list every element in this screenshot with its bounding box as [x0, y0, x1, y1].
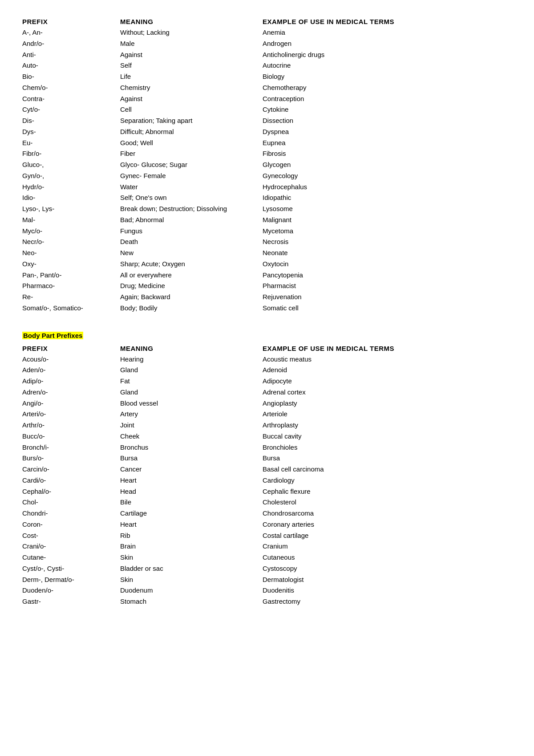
cell-prefix: Oxy-	[22, 259, 120, 270]
cell-prefix: Auto-	[22, 60, 120, 71]
cell-prefix: Derm-, Dermat/o-	[22, 574, 120, 585]
cell-prefix: Fibr/o-	[22, 148, 120, 159]
table-row: Auto- Self Autocrine	[22, 60, 512, 71]
cell-example: Coronary arteries	[263, 519, 512, 530]
cell-prefix: Aden/o-	[22, 365, 120, 376]
cell-prefix: Lyso-, Lys-	[22, 203, 120, 215]
cell-example: Adenoid	[263, 365, 512, 376]
table-row: Bucc/o- Cheek Buccal cavity	[22, 431, 512, 442]
cell-example: Chondrosarcoma	[263, 508, 512, 519]
cell-meaning: Stomach	[120, 596, 263, 607]
cell-example: Neonate	[263, 248, 512, 259]
cell-example: Autocrine	[263, 60, 512, 71]
table-row: Andr/o- Male Androgen	[22, 38, 512, 49]
cell-meaning: Fungus	[120, 226, 263, 237]
cell-meaning: Drug; Medicine	[120, 280, 263, 292]
cell-meaning: Again; Backward	[120, 292, 263, 303]
cell-example: Bronchioles	[263, 442, 512, 453]
cell-prefix: Bronch/i-	[22, 442, 120, 453]
header-meaning-1: MEANING	[120, 18, 263, 25]
cell-prefix: Bucc/o-	[22, 431, 120, 442]
cell-prefix: Gluco-,	[22, 159, 120, 171]
header-prefix-2: PREFIX	[22, 345, 120, 352]
table-row: Idio- Self; One's own Idiopathic	[22, 192, 512, 203]
cell-prefix: Arthr/o-	[22, 420, 120, 431]
cell-meaning: Hearing	[120, 354, 263, 365]
cell-example: Necrosis	[263, 236, 512, 248]
cell-prefix: Arteri/o-	[22, 409, 120, 420]
cell-prefix: Cephal/o-	[22, 486, 120, 497]
cell-meaning: Break down; Destruction; Dissolving	[120, 203, 263, 215]
cell-prefix: Burs/o-	[22, 453, 120, 464]
table-row: Anti- Against Anticholinergic drugs	[22, 49, 512, 61]
table-row: Hydr/o- Water Hydrocephalus	[22, 182, 512, 193]
cell-example: Cystoscopy	[263, 563, 512, 574]
cell-example: Pharmacist	[263, 280, 512, 292]
cell-meaning: Male	[120, 38, 263, 49]
table-row: Arthr/o- Joint Arthroplasty	[22, 420, 512, 431]
cell-meaning: Rib	[120, 530, 263, 541]
cell-meaning: Gland	[120, 365, 263, 376]
cell-example: Dissection	[263, 115, 512, 126]
cell-prefix: Andr/o-	[22, 38, 120, 49]
cell-example: Oxytocin	[263, 259, 512, 270]
cell-meaning: Cartilage	[120, 508, 263, 519]
cell-prefix: Coron-	[22, 519, 120, 530]
cell-meaning: Skin	[120, 574, 263, 585]
table-row: Necr/o- Death Necrosis	[22, 236, 512, 248]
cell-prefix: Pan-, Pant/o-	[22, 270, 120, 281]
cell-meaning: Life	[120, 71, 263, 82]
cell-example: Costal cartilage	[263, 530, 512, 541]
table-row: Dis- Separation; Taking apart Dissection	[22, 115, 512, 126]
cell-prefix: Chol-	[22, 497, 120, 508]
cell-meaning: Bile	[120, 497, 263, 508]
table-row: Cyt/o- Cell Cytokine	[22, 104, 512, 115]
table-row: Eu- Good; Well Eupnea	[22, 138, 512, 149]
cell-prefix: Somat/o-, Somatico-	[22, 303, 120, 314]
cell-example: Androgen	[263, 38, 512, 49]
table-row: Aden/o- Gland Adenoid	[22, 365, 512, 376]
cell-example: Hydrocephalus	[263, 182, 512, 193]
cell-meaning: Self	[120, 60, 263, 71]
table-row: Acous/o- Hearing Acoustic meatus	[22, 354, 512, 365]
table-row: Cephal/o- Head Cephalic flexure	[22, 486, 512, 497]
cell-example: Adrenal cortex	[263, 387, 512, 398]
cell-example: Gynecology	[263, 171, 512, 182]
cell-prefix: Anti-	[22, 49, 120, 61]
table-row: Cyst/o-, Cysti- Bladder or sac Cystoscop…	[22, 563, 512, 574]
cell-meaning: Blood vessel	[120, 398, 263, 409]
cell-example: Cranium	[263, 541, 512, 552]
table-row: Crani/o- Brain Cranium	[22, 541, 512, 552]
table-row: Adip/o- Fat Adipocyte	[22, 376, 512, 387]
cell-example: Basal cell carcinoma	[263, 464, 512, 475]
header-example-2: EXAMPLE OF USE IN MEDICAL TERMS	[263, 345, 512, 352]
body-part-prefixes-section: PREFIX MEANING EXAMPLE OF USE IN MEDICAL…	[22, 345, 512, 607]
cell-prefix: Eu-	[22, 138, 120, 149]
cell-meaning: Skin	[120, 552, 263, 563]
table-row: Bronch/i- Bronchus Bronchioles	[22, 442, 512, 453]
cell-meaning: Against	[120, 49, 263, 61]
cell-prefix: Adren/o-	[22, 387, 120, 398]
cell-example: Arteriole	[263, 409, 512, 420]
cell-example: Arthroplasty	[263, 420, 512, 431]
cell-example: Cephalic flexure	[263, 486, 512, 497]
section1-header: PREFIX MEANING EXAMPLE OF USE IN MEDICAL…	[22, 18, 512, 25]
cell-prefix: Duoden/o-	[22, 585, 120, 596]
cell-example: Angioplasty	[263, 398, 512, 409]
table-row: Bio- Life Biology	[22, 71, 512, 82]
cell-example: Dyspnea	[263, 126, 512, 138]
table-row: Myc/o- Fungus Mycetoma	[22, 226, 512, 237]
cell-meaning: Cell	[120, 104, 263, 115]
header-example-1: EXAMPLE OF USE IN MEDICAL TERMS	[263, 18, 512, 25]
cell-meaning: Difficult; Abnormal	[120, 126, 263, 138]
cell-prefix: Bio-	[22, 71, 120, 82]
table-row: Cost- Rib Costal cartilage	[22, 530, 512, 541]
cell-meaning: Glyco- Glucose; Sugar	[120, 159, 263, 171]
cell-meaning: Head	[120, 486, 263, 497]
cell-meaning: Heart	[120, 519, 263, 530]
table-row: Pan-, Pant/o- All or everywhere Pancytop…	[22, 270, 512, 281]
cell-meaning: Water	[120, 182, 263, 193]
cell-example: Acoustic meatus	[263, 354, 512, 365]
cell-prefix: Dys-	[22, 126, 120, 138]
cell-example: Anticholinergic drugs	[263, 49, 512, 61]
